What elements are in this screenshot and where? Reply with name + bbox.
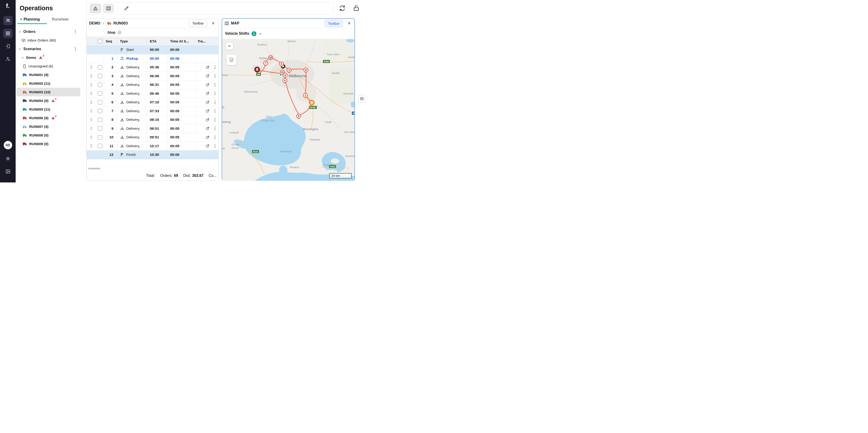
open-external-button[interactable] <box>204 98 211 106</box>
table-row[interactable]: 6 Delivery, 07:10 00:05 ⋮ <box>87 98 218 107</box>
tab-runsheet[interactable]: Runsheet <box>52 17 69 22</box>
column-header-seq[interactable]: Seq <box>104 37 117 45</box>
drag-handle[interactable] <box>87 72 96 81</box>
row-checkbox[interactable] <box>98 144 102 148</box>
drag-handle[interactable] <box>87 98 96 106</box>
table-row[interactable]: 9 Delivery, 08:51 00:05 ⋮ <box>87 124 218 133</box>
table-row[interactable]: 8 Delivery, 08:15 00:05 ⋮ <box>87 116 218 124</box>
tree-section-scenarios[interactable]: Scenarios ⋮ <box>16 44 86 53</box>
open-external-button[interactable] <box>204 142 211 151</box>
horizontal-scrollbar[interactable] <box>88 168 100 169</box>
open-external-button[interactable] <box>204 133 211 142</box>
row-menu-button[interactable]: ⋮ <box>211 124 218 133</box>
table-row-pickup[interactable]: 1 Pickup 05:00 00:08 <box>87 54 218 63</box>
row-menu-button[interactable]: ⋮ <box>211 89 218 98</box>
table-row[interactable]: 10 Delivery, 09:51 00:05 ⋮ <box>87 133 218 142</box>
map-canvas[interactable]: B300 M8 M780 B110 A420 M1 Sunbury Woller… <box>222 39 354 181</box>
vehicle-shifts-bar[interactable]: Vehicle Shifts 1 <box>222 28 354 39</box>
tree-item-run008[interactable]: RUN008 (0) <box>16 131 86 140</box>
drag-handle[interactable] <box>87 116 96 124</box>
table-row[interactable]: 11 Delivery, 10:17 00:05 ⋮ <box>87 142 218 151</box>
row-checkbox[interactable] <box>98 83 102 87</box>
row-menu-button[interactable]: ⋮ <box>211 107 218 116</box>
drag-handle[interactable] <box>87 107 96 116</box>
tree-item-run001[interactable]: RUN001 (9) <box>16 70 86 79</box>
tree-item-inbox-orders[interactable]: Inbox Orders (60) <box>16 36 86 44</box>
breadcrumb-root[interactable]: DEMO <box>89 21 100 25</box>
open-external-button[interactable] <box>204 72 211 81</box>
column-header-time[interactable]: Time At S... <box>167 37 196 45</box>
row-menu-button[interactable]: ⋮ <box>211 142 218 151</box>
table-row-start[interactable]: Start 00:00 00:00 <box>87 45 218 54</box>
edit-tool-button[interactable] <box>121 4 132 13</box>
nav-import-button[interactable] <box>3 41 12 51</box>
column-header-track[interactable]: Tra... <box>196 37 204 45</box>
select-all-checkbox[interactable] <box>98 39 102 43</box>
column-header-eta[interactable]: ETA <box>147 37 167 45</box>
table-row-finish[interactable]: 12 Finish 10:30 00:00 <box>87 151 218 159</box>
table-row[interactable]: 7 Delivery, 07:33 00:05 ⋮ <box>87 107 218 116</box>
open-external-button[interactable] <box>204 124 211 133</box>
avatar[interactable]: SD <box>4 141 12 149</box>
map-viewport[interactable]: B300 M8 M780 B110 A420 M1 Sunbury Woller… <box>222 39 354 181</box>
drag-handle[interactable] <box>87 63 96 72</box>
row-checkbox[interactable] <box>98 91 102 96</box>
tree-item-run006[interactable]: RUN006 (9) 2 <box>16 114 86 122</box>
drag-handle[interactable] <box>87 81 96 89</box>
row-menu-button[interactable]: ⋮ <box>211 133 218 142</box>
close-map-panel-button[interactable]: × <box>348 21 351 26</box>
tree-item-demo[interactable]: Demo 3 <box>16 53 86 62</box>
column-header-type[interactable]: Type <box>117 37 147 45</box>
table-row[interactable]: 4 Delivery, 06:31 00:05 ⋮ <box>87 81 218 89</box>
nav-people-button[interactable] <box>3 16 12 25</box>
drag-handle[interactable] <box>87 124 96 133</box>
right-panel-collapse-button[interactable] <box>359 95 365 102</box>
zoom-out-button[interactable]: − <box>225 42 233 50</box>
drag-handle[interactable] <box>87 89 96 98</box>
tree-item-unassigned[interactable]: Unassigned (6) <box>16 62 86 70</box>
refresh-button[interactable] <box>339 5 346 12</box>
open-external-button[interactable] <box>204 63 211 72</box>
run-toolbar-button[interactable]: Toolbar <box>189 20 207 27</box>
open-external-button[interactable] <box>204 116 211 124</box>
row-menu-button[interactable]: ⋮ <box>211 63 218 72</box>
panel-toggle-button[interactable] <box>3 167 12 176</box>
row-menu-button[interactable]: ⋮ <box>211 98 218 106</box>
row-checkbox[interactable] <box>98 74 102 78</box>
lock-button[interactable] <box>353 5 360 12</box>
map-layers-button[interactable] <box>226 54 237 65</box>
tab-planning[interactable]: Planning <box>20 17 40 22</box>
row-checkbox[interactable] <box>98 100 102 104</box>
row-checkbox[interactable] <box>98 126 102 131</box>
tree-section-orders[interactable]: Orders ⋮ <box>16 27 86 36</box>
map-tool-button[interactable] <box>103 4 114 13</box>
kebab-menu-icon[interactable]: ⋮ <box>73 47 77 51</box>
tree-item-run009[interactable]: RUN009 (0) <box>16 140 86 148</box>
row-menu-button[interactable]: ⋮ <box>211 72 218 81</box>
close-run-panel-button[interactable]: × <box>212 21 215 26</box>
settings-button[interactable] <box>3 154 12 163</box>
tree-item-run005[interactable]: RUN005 (11) <box>16 105 86 114</box>
drag-handle[interactable] <box>87 133 96 142</box>
table-row[interactable]: 2 Delivery, 05:36 00:05 ⋮ <box>87 63 218 72</box>
tree-item-run004[interactable]: RUN004 (0) 1 <box>16 96 86 105</box>
row-checkbox[interactable] <box>98 65 102 69</box>
open-external-button[interactable] <box>204 81 211 89</box>
tree-item-run002[interactable]: RUN002 (11) <box>16 79 86 88</box>
alerts-tool-button[interactable] <box>90 4 101 13</box>
row-checkbox[interactable] <box>98 109 102 113</box>
open-external-button[interactable] <box>204 89 211 98</box>
row-menu-button[interactable]: ⋮ <box>211 116 218 124</box>
collapse-group-icon[interactable] <box>117 30 122 34</box>
drag-handle[interactable] <box>87 142 96 151</box>
open-external-button[interactable] <box>204 107 211 116</box>
row-checkbox[interactable] <box>98 135 102 140</box>
tree-item-run003[interactable]: RUN003 (10) <box>16 88 80 96</box>
row-menu-button[interactable]: ⋮ <box>211 81 218 89</box>
kebab-menu-icon[interactable]: ⋮ <box>73 29 77 34</box>
map-toolbar-button[interactable]: Toolbar <box>324 20 343 27</box>
table-row[interactable]: 3 Delivery, 06:08 00:05 ⋮ <box>87 72 218 81</box>
nav-apps-button[interactable] <box>3 29 12 38</box>
nav-support-button[interactable] <box>3 54 12 64</box>
row-checkbox[interactable] <box>98 118 102 122</box>
